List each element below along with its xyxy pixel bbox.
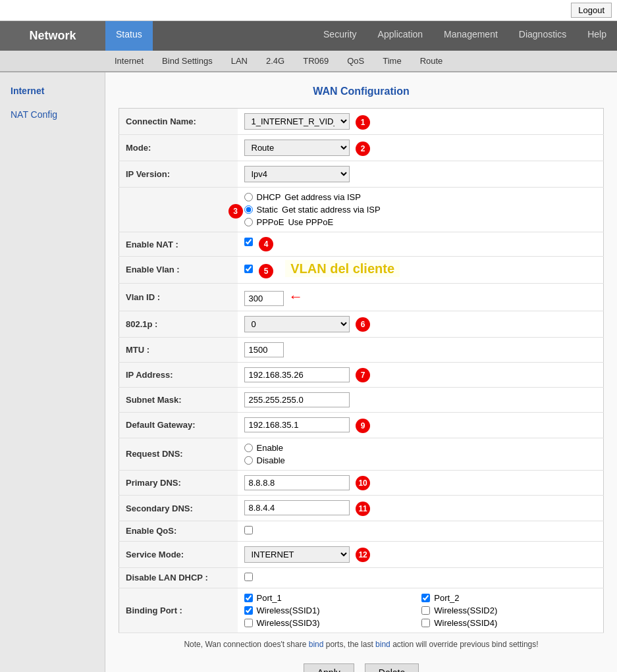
subnav-internet[interactable]: Internet — [105, 51, 153, 71]
nav-help[interactable]: Help — [577, 21, 617, 51]
badge-9: 9 — [356, 419, 370, 433]
dns-disable-radio[interactable] — [244, 456, 253, 465]
ssid1-row: Wireless(SSID1) — [244, 606, 419, 615]
pppoe-radio[interactable] — [244, 218, 253, 226]
ssid4-label: Wireless(SSID4) — [434, 618, 497, 628]
service-mode-select[interactable]: INTERNET — [244, 546, 350, 563]
subnet-mask-input[interactable] — [244, 392, 350, 407]
badge-4: 4 — [259, 237, 273, 251]
cell-disable-lan-dhcp — [238, 567, 604, 588]
row-secondary-dns: Secondary DNS: 11 — [119, 496, 604, 521]
page-title: WAN Configuration — [119, 86, 604, 97]
badge-7: 7 — [356, 368, 370, 382]
row-disable-lan-dhcp: Disable LAN DHCP : — [119, 567, 604, 588]
nav-management[interactable]: Management — [433, 21, 508, 51]
subnav-time[interactable]: Time — [373, 51, 410, 71]
ssid2-checkbox[interactable] — [421, 606, 430, 615]
badge-5: 5 — [259, 264, 273, 278]
badge-12: 12 — [356, 548, 370, 562]
ssid2-label: Wireless(SSID2) — [434, 606, 497, 615]
ssid1-label: Wireless(SSID1) — [257, 606, 320, 615]
nav-links: Status Security Application Management D… — [105, 21, 617, 51]
cell-connection-name: 1_INTERNET_R_VID_3 1 — [238, 109, 604, 135]
row-service-mode: Service Mode: INTERNET 12 — [119, 541, 604, 567]
binding-port-grid: Port_1 Port_2 Wireless(SSID1) Wirel — [244, 593, 597, 628]
subnav-bind[interactable]: Bind Settings — [153, 51, 222, 71]
label-ip-address: IP Address: — [119, 362, 238, 388]
cell-secondary-dns: 11 — [238, 496, 604, 521]
label-enable-vlan: Enable Vlan : — [119, 257, 238, 284]
dhcp-radio[interactable] — [244, 193, 253, 201]
ssid1-checkbox[interactable] — [244, 606, 253, 615]
nav-application[interactable]: Application — [367, 21, 434, 51]
subnav-route[interactable]: Route — [411, 51, 452, 71]
row-mtu: MTU : — [119, 337, 604, 362]
mtu-input[interactable] — [244, 342, 284, 357]
dns-request-group: Enable Disable — [244, 443, 597, 465]
row-enable-nat: Enable NAT : 4 — [119, 232, 604, 257]
dns-enable-label: Enable — [257, 443, 283, 453]
label-vlan-id: Vlan ID : — [119, 283, 238, 311]
port1-checkbox[interactable] — [244, 594, 253, 602]
logout-button[interactable]: Logout — [571, 3, 612, 18]
dns-enable-radio[interactable] — [244, 444, 253, 452]
dot1p-select[interactable]: 0 — [244, 316, 350, 332]
label-address-type — [119, 188, 238, 232]
enable-qos-checkbox[interactable] — [244, 526, 253, 534]
disable-lan-dhcp-checkbox[interactable] — [244, 573, 253, 581]
dns-enable-row: Enable — [244, 443, 597, 453]
pppoe-label: PPPoE — [257, 217, 284, 227]
brand: Network — [0, 21, 105, 51]
cell-primary-dns: 10 — [238, 470, 604, 496]
label-disable-lan-dhcp: Disable LAN DHCP : — [119, 567, 238, 588]
cell-enable-vlan: 5 VLAN del cliente — [238, 257, 604, 284]
default-gateway-input[interactable] — [244, 417, 350, 432]
nav-diagnostics[interactable]: Diagnostics — [508, 21, 577, 51]
label-primary-dns: Primary DNS: — [119, 470, 238, 496]
row-dot1p: 802.1p : 0 6 — [119, 311, 604, 337]
subnav-tr069[interactable]: TR069 — [294, 51, 338, 71]
apply-button[interactable]: Apply — [304, 663, 354, 672]
cell-enable-nat: 4 — [238, 232, 604, 257]
delete-button[interactable]: Delete — [365, 663, 419, 672]
enable-nat-checkbox[interactable] — [244, 238, 253, 246]
subnav-2g[interactable]: 2.4G — [257, 51, 294, 71]
nav-status[interactable]: Status — [105, 21, 153, 51]
ssid4-checkbox[interactable] — [421, 619, 430, 627]
cell-enable-qos — [238, 521, 604, 541]
subnav-qos[interactable]: QoS — [338, 51, 373, 71]
connection-name-select[interactable]: 1_INTERNET_R_VID_3 — [244, 113, 350, 130]
cell-vlan-id: ← — [238, 283, 604, 311]
main-content: WAN Configuration Connectin Name: 1_INTE… — [105, 72, 617, 672]
static-radio[interactable] — [244, 205, 253, 214]
ip-version-select[interactable]: Ipv4 — [244, 166, 350, 182]
pppoe-row: PPPoE Use PPPoE — [244, 217, 597, 227]
label-mode: Mode: — [119, 135, 238, 161]
cell-binding-port: Port_1 Port_2 Wireless(SSID1) Wirel — [238, 588, 604, 633]
vlan-id-input[interactable] — [244, 291, 284, 306]
dhcp-radio-label: Get address via ISP — [284, 192, 361, 202]
badge-11: 11 — [356, 502, 370, 516]
ssid3-checkbox[interactable] — [244, 619, 253, 627]
primary-dns-input[interactable] — [244, 475, 350, 490]
port2-checkbox[interactable] — [421, 594, 430, 602]
mode-select[interactable]: Route — [244, 140, 350, 156]
subnav-lan[interactable]: LAN — [222, 51, 257, 71]
row-address-type: 3 DHCP Get address via ISP Static Get st… — [119, 188, 604, 232]
cell-address-type: 3 DHCP Get address via ISP Static Get st… — [238, 188, 604, 232]
sidebar-internet[interactable]: Internet — [0, 79, 105, 103]
cell-service-mode: INTERNET 12 — [238, 541, 604, 567]
ip-address-input[interactable] — [244, 367, 350, 382]
enable-vlan-checkbox[interactable] — [244, 265, 253, 273]
label-enable-nat: Enable NAT : — [119, 232, 238, 257]
nav-security[interactable]: Security — [313, 21, 367, 51]
label-connection-name: Connectin Name: — [119, 109, 238, 135]
secondary-dns-input[interactable] — [244, 500, 350, 515]
port1-label: Port_1 — [257, 593, 282, 603]
cell-subnet-mask — [238, 388, 604, 413]
label-request-dns: Request DNS: — [119, 438, 238, 470]
sidebar-nat[interactable]: NAT Config — [0, 103, 105, 126]
label-subnet-mask: Subnet Mask: — [119, 388, 238, 413]
static-row: Static Get static address via ISP — [244, 205, 597, 215]
label-mtu: MTU : — [119, 337, 238, 362]
